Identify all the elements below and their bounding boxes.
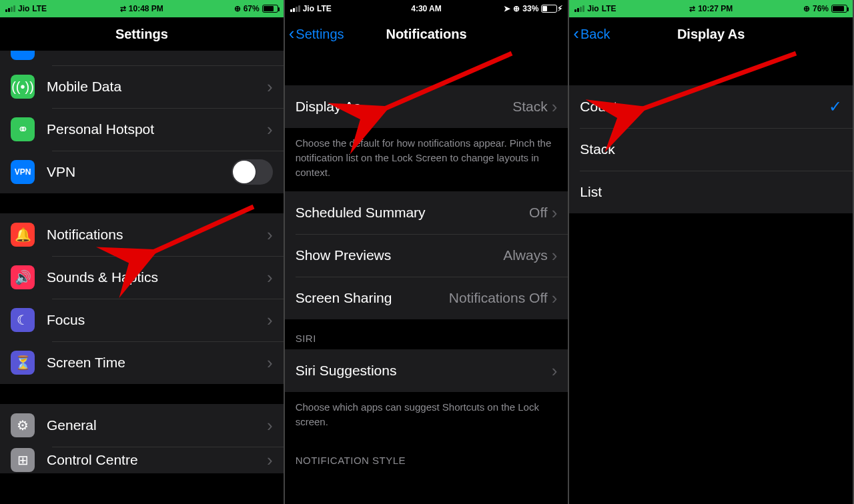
section-header-notif-style: NOTIFICATION STYLE [285,441,568,466]
settings-row-general[interactable]: ⚙ General › [0,404,284,447]
option-stack[interactable]: Stack [569,128,853,171]
row-label: Display As [296,99,512,115]
back-button[interactable]: ‹ Settings [289,27,344,42]
hotspot-icon: ⇄ [120,5,126,13]
chevron-right-icon: › [267,456,273,465]
settings-row-sounds[interactable]: 🔊 Sounds & Haptics › [0,256,284,299]
notifications-section: 🔔 Notifications › 🔊 Sounds & Haptics › ☾… [0,213,284,384]
battery-pct: 76% [813,4,829,13]
row-display-as[interactable]: Display As Stack › [285,85,568,128]
option-count[interactable]: Count ✓ [569,85,853,128]
row-scheduled-summary[interactable]: Scheduled Summary Off › [285,191,568,234]
row-label: Personal Hotspot [47,121,267,137]
section-footer: Choose which apps can suggest Shortcuts … [285,392,568,441]
row-label: Screen Time [47,355,267,371]
battery-pct: 67% [244,4,260,13]
settings-row-notifications[interactable]: 🔔 Notifications › [0,213,284,256]
signal-icon [5,5,15,12]
nav-header: ‹ Settings Notifications [285,17,568,51]
row-label: General [47,417,267,433]
row-value: Off [529,205,548,221]
hotspot-icon: ⇄ [689,5,695,13]
wifi-icon [11,51,35,60]
chevron-right-icon: › [552,367,558,375]
carrier-label: Jio [18,4,29,13]
focus-icon: ☾ [11,308,35,332]
row-label: Sounds & Haptics [47,269,267,285]
nav-header: ‹ Back Display As [569,17,853,51]
battery-icon [262,5,278,13]
settings-row-focus[interactable]: ☾ Focus › [0,299,284,341]
chevron-right-icon: › [267,125,273,134]
settings-row-partial[interactable] [0,51,284,65]
settings-row-screen-time[interactable]: ⏳ Screen Time › [0,341,284,384]
settings-row-personal-hotspot[interactable]: ⚭ Personal Hotspot › [0,108,284,151]
network-label: LTE [317,4,332,13]
row-label: Focus [47,312,267,328]
settings-screen: Jio LTE ⇄ 10:48 PM ⊕ 67% Settings ((•)) … [0,0,285,504]
settings-row-vpn[interactable]: VPN VPN [0,151,284,193]
mobile-data-icon: ((•)) [11,75,35,99]
row-label: Scheduled Summary [296,205,529,221]
chevron-right-icon: › [552,251,558,260]
row-label: Mobile Data [47,79,267,95]
status-time: 4:30 AM [411,4,442,13]
section-header-siri: SIRI [285,319,568,349]
row-label: Screen Sharing [296,290,449,306]
chevron-right-icon: › [267,83,273,91]
option-list[interactable]: List [569,171,853,213]
notifications-icon: 🔔 [11,223,35,247]
back-label: Back [580,27,610,42]
location-icon: ➤ [504,4,510,13]
carrier-label: Jio [587,4,598,13]
chevron-left-icon: ‹ [289,29,295,39]
row-value: Always [503,247,548,263]
row-screen-sharing[interactable]: Screen Sharing Notifications Off › [285,277,568,319]
network-label: LTE [602,4,616,13]
option-label: Count [580,99,829,115]
options-section: Count ✓ Stack List [569,85,853,213]
battery-pct: 33% [522,4,538,13]
status-bar: Jio LTE 4:30 AM ➤ ⊕ 33% ⚡︎ [285,0,568,17]
display-as-screen: Jio LTE ⇄ 10:27 PM ⊕ 76% ‹ Back Display … [569,0,854,504]
orientation-lock-icon: ⊕ [513,4,520,13]
previews-section: Scheduled Summary Off › Show Previews Al… [285,191,568,319]
row-label: VPN [47,164,232,180]
row-label: Siri Suggestions [296,363,552,379]
chevron-right-icon: › [552,294,558,303]
battery-icon [831,5,847,13]
status-bar: Jio LTE ⇄ 10:27 PM ⊕ 76% [569,0,853,17]
section-footer: Choose the default for how notifications… [285,128,568,191]
chevron-right-icon: › [552,209,558,217]
display-as-section: Display As Stack › [285,85,568,128]
back-label: Settings [296,27,344,42]
page-title: Settings [115,27,168,42]
network-label: LTE [32,4,47,13]
control-centre-icon: ⊞ [11,448,35,472]
chevron-right-icon: › [267,231,273,239]
status-time: 10:48 PM [129,4,163,13]
notifications-screen: Jio LTE 4:30 AM ➤ ⊕ 33% ⚡︎ ‹ Settings No… [285,0,570,504]
screen-time-icon: ⏳ [11,351,35,375]
status-time: 10:27 PM [698,4,733,13]
settings-row-control-centre[interactable]: ⊞ Control Centre › [0,447,284,473]
chevron-right-icon: › [267,316,273,325]
row-siri-suggestions[interactable]: Siri Suggestions › [285,349,568,392]
row-show-previews[interactable]: Show Previews Always › [285,234,568,277]
back-button[interactable]: ‹ Back [573,27,610,42]
signal-icon [574,5,584,12]
sounds-icon: 🔊 [11,265,35,289]
chevron-right-icon: › [267,421,273,430]
hotspot-icon: ⚭ [11,117,35,141]
connectivity-section: ((•)) Mobile Data › ⚭ Personal Hotspot ›… [0,51,284,193]
nav-header: Settings [0,17,284,51]
orientation-lock-icon: ⊕ [803,4,810,13]
row-label: Show Previews [296,247,503,263]
chevron-right-icon: › [267,359,273,367]
vpn-toggle[interactable] [232,159,273,185]
checkmark-icon: ✓ [829,97,842,116]
settings-row-mobile-data[interactable]: ((•)) Mobile Data › [0,65,284,108]
general-section: ⚙ General › ⊞ Control Centre › [0,404,284,473]
page-title: Notifications [386,27,466,42]
vpn-icon: VPN [11,160,35,184]
